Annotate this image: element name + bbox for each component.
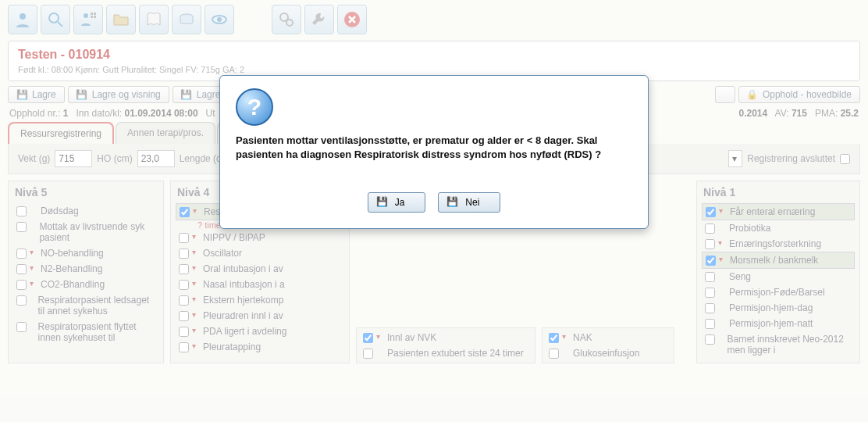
nei-label: Nei <box>465 197 479 208</box>
nei-button[interactable]: 💾Nei <box>438 192 500 213</box>
confirm-dialog: ? Pasienten mottar ventilasjonsstøtte, e… <box>219 75 649 229</box>
question-icon: ? <box>236 88 273 126</box>
ja-label: Ja <box>395 197 405 208</box>
dialog-text: Pasienten mottar ventilasjonsstøtte, er … <box>236 134 632 161</box>
ja-button[interactable]: 💾Ja <box>368 192 426 213</box>
save-icon: 💾 <box>376 196 389 209</box>
save-icon: 💾 <box>446 196 459 209</box>
modal-overlay: ? Pasienten mottar ventilasjonsstøtte, e… <box>0 0 868 422</box>
